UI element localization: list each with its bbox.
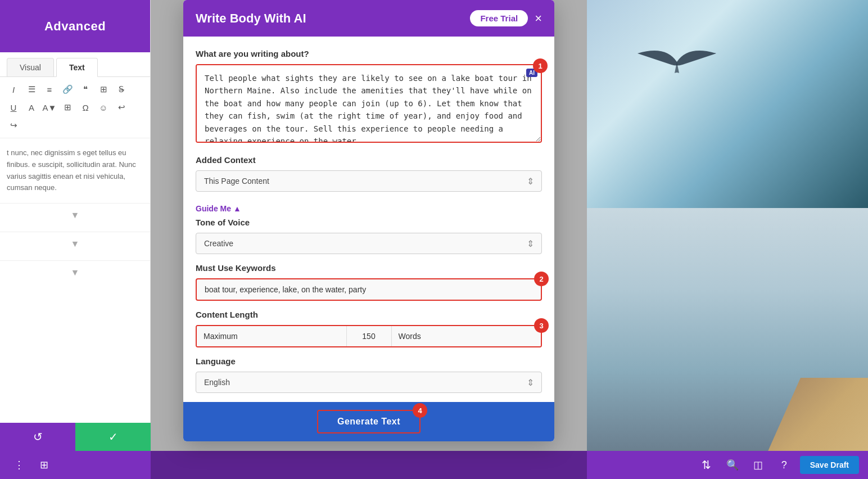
modal-header: Write Body With AI Free Trial ×	[183, 0, 554, 37]
free-trial-badge[interactable]: Free Trial	[470, 10, 528, 26]
editor-content-preview: t nunc, nec dignissim s eget tellus eu f…	[0, 138, 150, 203]
keywords-input[interactable]	[196, 278, 542, 301]
content-length-label: Content Length	[196, 310, 542, 319]
table-btn[interactable]: ⊞	[96, 82, 111, 97]
redo-btn[interactable]: ↪	[6, 118, 21, 133]
bottom-bar-right: ⇅ 🔍 ◫ ? Save Draft	[697, 455, 859, 475]
quote-btn[interactable]: ❝	[78, 82, 93, 97]
triangle-up-icon: ▲	[233, 204, 241, 213]
layout-button[interactable]: ⊞	[34, 455, 54, 475]
content-length-section: Content Length 3 Maximum Minimum Exactly…	[196, 310, 542, 347]
omega-btn[interactable]: Ω	[78, 100, 93, 115]
link-btn[interactable]: 🔗	[60, 82, 75, 97]
modal-footer: 4 Generate Text	[183, 402, 554, 441]
tone-label: Tone of Voice	[196, 218, 542, 227]
right-image-panel	[587, 0, 868, 479]
keywords-section: Must Use Keywords 2	[196, 263, 542, 301]
underline-btn[interactable]: U	[6, 100, 21, 115]
left-sidebar: Advanced Visual Text I ☰ ≡ 🔗 ❝ ⊞ S̶ U A …	[0, 0, 151, 479]
prompt-label: What are you writing about?	[196, 49, 542, 58]
ordered-list-btn[interactable]: ≡	[42, 82, 57, 97]
context-section: Added Context This Page Content No Conte…	[196, 155, 542, 192]
modal-title: Write Body With AI	[196, 11, 306, 26]
tab-visual[interactable]: Visual	[7, 58, 54, 76]
language-select-wrapper: English Spanish French ⇕	[196, 372, 542, 393]
tab-text[interactable]: Text	[56, 58, 98, 77]
help-icon[interactable]: ?	[774, 455, 794, 475]
language-section: Language English Spanish French ⇕	[196, 356, 542, 393]
prompt-textarea[interactable]	[196, 64, 542, 143]
sidebar-bottom-buttons: ↺ ✓	[0, 423, 151, 451]
modal-overlay: Write Body With AI Free Trial × What are…	[151, 0, 587, 479]
font-color-btn[interactable]: A	[24, 100, 39, 115]
ai-write-modal: Write Body With AI Free Trial × What are…	[183, 0, 554, 441]
generate-btn-wrapper: 4 Generate Text	[317, 410, 421, 433]
chevron-down-icon: ▼	[71, 210, 80, 220]
language-label: Language	[196, 356, 542, 366]
bird-icon	[632, 34, 722, 90]
confirm-button[interactable]: ✓	[75, 423, 151, 451]
lake-bird-image	[587, 0, 868, 208]
chevron-down-icon-2: ▼	[71, 239, 80, 249]
collapse-row-3[interactable]: ▼	[0, 260, 150, 284]
step-badge-1: 1	[533, 58, 548, 73]
swap-arrows-icon[interactable]: ⇅	[697, 455, 717, 475]
collapse-row-1[interactable]: ▼	[0, 203, 150, 227]
font-bg-btn[interactable]: A▼	[42, 100, 57, 115]
italic-btn[interactable]: I	[6, 82, 21, 97]
undo-btn[interactable]: ↩	[114, 100, 129, 115]
modal-body: What are you writing about? 1 AI Added C…	[183, 37, 554, 393]
sidebar-title: Advanced	[44, 19, 106, 34]
prompt-wrapper: 1 AI	[196, 64, 542, 145]
sidebar-tabs: Visual Text	[0, 52, 150, 77]
tone-select[interactable]: Creative Professional Casual Formal	[196, 233, 542, 254]
lake-dock-image	[587, 208, 868, 479]
keywords-label: Must Use Keywords	[196, 263, 542, 273]
save-draft-button[interactable]: Save Draft	[800, 456, 859, 474]
generate-text-button[interactable]: Generate Text	[317, 410, 421, 433]
context-select-wrapper: This Page Content No Context Custom ⇕	[196, 170, 542, 192]
collapse-row-2[interactable]: ▼	[0, 232, 150, 256]
close-button[interactable]: ×	[535, 12, 542, 25]
content-length-row: Maximum Minimum Exactly Words Characters…	[196, 325, 542, 347]
menu-dots-button[interactable]: ⋮	[9, 455, 29, 475]
editor-toolbar: I ☰ ≡ 🔗 ❝ ⊞ S̶ U A A▼ ⊞ Ω ☺ ↩ ↪	[0, 77, 150, 138]
modal-header-actions: Free Trial ×	[470, 10, 542, 26]
layers-icon[interactable]: ◫	[748, 455, 768, 475]
refresh-button[interactable]: ↺	[0, 423, 75, 451]
language-select[interactable]: English Spanish French	[196, 372, 542, 393]
context-select[interactable]: This Page Content No Context Custom	[196, 170, 542, 192]
context-label: Added Context	[196, 155, 542, 165]
cl-number-input[interactable]	[347, 326, 392, 346]
search-icon[interactable]: 🔍	[722, 455, 743, 475]
guide-me-link[interactable]: Guide Me ▲	[196, 204, 241, 213]
tone-section: Tone of Voice Creative Professional Casu…	[196, 218, 542, 254]
chevron-down-icon-3: ▼	[71, 268, 80, 278]
cl-unit-select[interactable]: Words Characters Sentences	[392, 326, 541, 346]
cl-type-select[interactable]: Maximum Minimum Exactly	[197, 326, 347, 346]
unordered-list-btn[interactable]: ☰	[24, 82, 39, 97]
step-badge-4: 4	[413, 403, 427, 418]
bottom-bar-left: ⋮ ⊞	[9, 455, 54, 475]
emoji-btn[interactable]: ☺	[96, 100, 111, 115]
special-chars-btn[interactable]: ⊞	[60, 100, 75, 115]
step-badge-3: 3	[534, 318, 549, 333]
sidebar-header: Advanced	[0, 0, 150, 52]
strikethrough-btn[interactable]: S̶	[114, 82, 129, 97]
tone-select-wrapper: Creative Professional Casual Formal ⇕	[196, 233, 542, 254]
step-badge-2: 2	[534, 272, 549, 286]
